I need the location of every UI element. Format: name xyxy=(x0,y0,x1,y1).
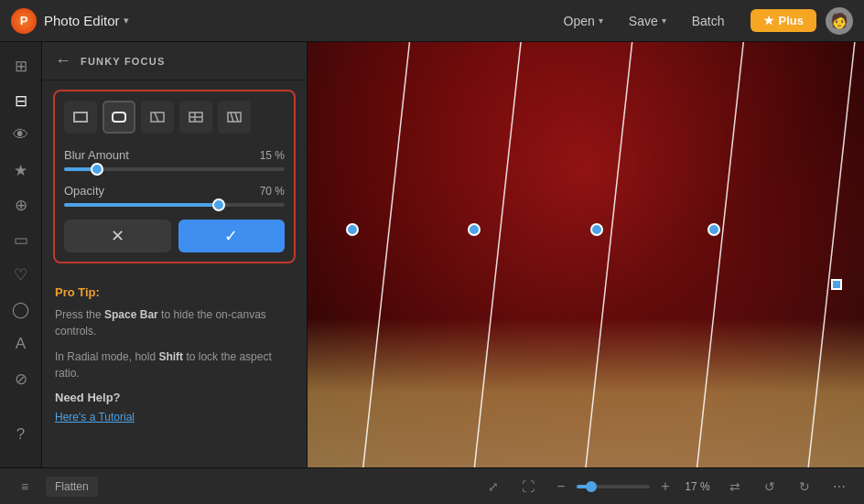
blur-amount-thumb[interactable] xyxy=(91,163,103,176)
tool-btn-slant[interactable] xyxy=(218,101,251,134)
topbar: P Photo Editor ▾ Open ▾ Save ▾ Batch ★ P… xyxy=(0,0,864,42)
panel-title: FUNKY FOCUS xyxy=(81,56,165,67)
confirm-button[interactable]: ✓ xyxy=(178,220,286,252)
control-point-3[interactable] xyxy=(590,223,603,236)
focus-lines-overlay xyxy=(308,42,864,467)
sidebar-item-eye[interactable]: 👁 xyxy=(5,119,38,152)
pro-tip-text-2: In Radial mode, hold Shift to lock the a… xyxy=(55,349,294,381)
opacity-slider-row: Opacity 70 % xyxy=(64,184,285,207)
more-button[interactable]: ⋯ xyxy=(826,474,853,499)
plus-button[interactable]: ★ Plus xyxy=(751,9,816,32)
plus-star-icon: ★ xyxy=(763,14,774,27)
svg-rect-0 xyxy=(74,113,87,122)
tool-selector-wrap: Blur Amount 15 % Opacity 70 % xyxy=(53,90,296,263)
sidebar-item-star[interactable]: ★ xyxy=(5,154,38,187)
tool-btn-rounded[interactable] xyxy=(103,101,135,134)
svg-line-11 xyxy=(474,42,521,467)
flatten-button[interactable]: Flatten xyxy=(46,477,98,497)
svg-line-13 xyxy=(697,42,744,467)
fullscreen-icon[interactable]: ⛶ xyxy=(514,474,542,499)
sidebar-item-grid[interactable]: ⊞ xyxy=(5,49,38,82)
blur-amount-label: Blur Amount xyxy=(64,148,129,162)
svg-rect-7 xyxy=(228,113,241,122)
app-logo: P xyxy=(11,8,37,34)
sidebar-item-effects[interactable]: ⊕ xyxy=(5,188,38,221)
main-area: ⊞ ⊟ 👁 ★ ⊕ ▭ ♡ ◯ A ⊘ ? ← FUNKY FOCUS xyxy=(0,42,864,467)
control-point-1[interactable] xyxy=(346,223,359,236)
tool-selector xyxy=(64,101,285,134)
svg-line-8 xyxy=(231,113,233,122)
zoom-percentage: 17 % xyxy=(681,480,714,493)
opacity-track[interactable] xyxy=(64,203,285,207)
need-help-section: Need Help? Here's a Tutorial xyxy=(42,391,307,437)
undo-button[interactable]: ↺ xyxy=(756,474,783,499)
redo-button[interactable]: ↻ xyxy=(791,474,818,499)
sidebar-item-shape[interactable]: ◯ xyxy=(5,293,38,326)
bottombar: ≡ Flatten ⤢ ⛶ − + 17 % ⇄ ↺ ↻ ⋯ xyxy=(0,467,864,504)
sidebar-item-heart[interactable]: ♡ xyxy=(5,258,38,291)
svg-rect-1 xyxy=(113,113,125,122)
icon-bar: ⊞ ⊟ 👁 ★ ⊕ ▭ ♡ ◯ A ⊘ ? xyxy=(0,42,42,467)
zoom-thumb[interactable] xyxy=(586,481,597,492)
canvas-area xyxy=(308,42,864,467)
svg-line-9 xyxy=(235,113,238,122)
blur-amount-value: 15 % xyxy=(260,149,285,162)
sidebar-item-brush[interactable]: ⊘ xyxy=(5,362,38,395)
tool-btn-grid[interactable] xyxy=(179,101,212,134)
tool-btn-rect[interactable] xyxy=(64,101,97,134)
pro-tip-text-1: Press the Space Bar to hide the on-canva… xyxy=(55,306,294,339)
svg-line-3 xyxy=(155,113,158,122)
tutorial-link[interactable]: Here's a Tutorial xyxy=(55,411,135,424)
svg-line-12 xyxy=(586,42,632,467)
sidebar-item-help[interactable]: ? xyxy=(5,418,38,451)
zoom-controls: − + 17 % xyxy=(549,475,714,499)
control-point-4[interactable] xyxy=(707,223,720,236)
cancel-icon: ✕ xyxy=(111,226,124,246)
canvas-image xyxy=(308,42,864,467)
opacity-label: Opacity xyxy=(64,184,104,198)
zoom-out-button[interactable]: − xyxy=(549,475,573,499)
app-title: Photo Editor xyxy=(44,13,120,28)
opacity-thumb[interactable] xyxy=(212,198,225,211)
panel-header: ← FUNKY FOCUS xyxy=(42,42,307,80)
topbar-nav: Open ▾ Save ▾ Batch xyxy=(553,9,736,33)
pro-tip-section: Pro Tip: Press the Space Bar to hide the… xyxy=(42,273,307,391)
panel-back-button[interactable]: ← xyxy=(55,51,71,70)
expand-icon[interactable]: ⤢ xyxy=(480,474,507,499)
zoom-in-button[interactable]: + xyxy=(653,475,677,499)
svg-line-10 xyxy=(363,42,410,467)
logo-text: P xyxy=(20,14,28,27)
tool-btn-diagonal[interactable] xyxy=(141,101,174,134)
control-point-rect[interactable] xyxy=(831,279,842,290)
action-buttons: ✕ ✓ xyxy=(64,220,285,252)
save-chevron: ▾ xyxy=(662,16,666,26)
blur-amount-slider-row: Blur Amount 15 % xyxy=(64,148,285,171)
batch-button[interactable]: Batch xyxy=(681,9,736,33)
layers-icon[interactable]: ≡ xyxy=(11,474,38,499)
control-point-2[interactable] xyxy=(468,223,481,236)
cancel-button[interactable]: ✕ xyxy=(64,220,171,252)
sidebar-item-text[interactable]: A xyxy=(5,327,38,360)
side-panel: ← FUNKY FOCUS xyxy=(42,42,308,467)
need-help-title: Need Help? xyxy=(55,391,294,404)
open-chevron: ▾ xyxy=(599,16,603,26)
svg-line-14 xyxy=(808,42,855,467)
blur-amount-track[interactable] xyxy=(64,167,285,171)
sidebar-item-layers[interactable]: ▭ xyxy=(5,223,38,256)
flip-icon[interactable]: ⇄ xyxy=(721,474,749,499)
pro-tip-title: Pro Tip: xyxy=(55,285,294,299)
title-chevron[interactable]: ▾ xyxy=(124,15,129,27)
confirm-icon: ✓ xyxy=(224,226,238,246)
opacity-value: 70 % xyxy=(260,185,285,198)
sidebar-item-adjustments[interactable]: ⊟ xyxy=(5,84,38,117)
open-button[interactable]: Open ▾ xyxy=(553,9,614,33)
save-button[interactable]: Save ▾ xyxy=(618,9,677,33)
zoom-track[interactable] xyxy=(577,485,650,488)
opacity-fill xyxy=(64,203,219,207)
user-avatar[interactable]: 🧑 xyxy=(826,7,853,35)
